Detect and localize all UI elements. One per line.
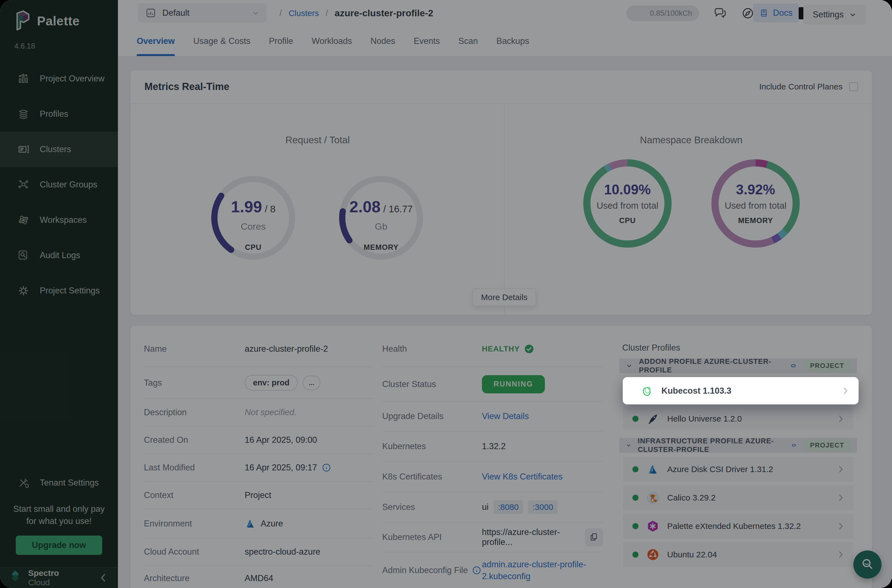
app-root: Palette 4.6.18 Project Overview Profiles… xyxy=(0,0,892,588)
dim-overlay xyxy=(0,0,892,588)
chevron-right-icon xyxy=(842,387,848,395)
profile-item-name: Kubecost 1.103.3 xyxy=(661,386,731,396)
kubecost-icon xyxy=(641,385,653,397)
profile-item-kubecost[interactable]: Kubecost 1.103.3 xyxy=(623,377,859,404)
